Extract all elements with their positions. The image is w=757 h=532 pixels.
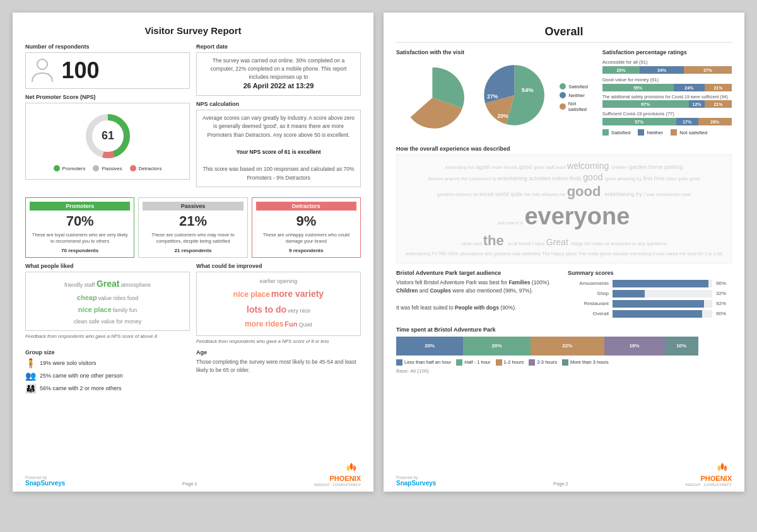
stacked-bar-0: 29% 34% 37%	[602, 66, 732, 74]
time-base: Base: All (100)	[396, 368, 732, 374]
satisfaction-row: Satisfaction with the visit	[396, 49, 732, 139]
page-1: Visitor Survey Report Number of responde…	[13, 13, 373, 492]
time-label-2: 1-2 hours	[504, 359, 524, 365]
seg-nei-3: 17%	[676, 118, 698, 125]
passives-header: Passives	[143, 202, 243, 211]
pie-section: Satisfaction with the visit	[396, 49, 595, 139]
audience-text: Visitors felt Bristol Adventure Park was…	[396, 279, 560, 313]
summary-bar-shop: Shop 32%	[568, 290, 732, 298]
page-2: Overall Satisfaction with the visit	[384, 13, 744, 492]
time-legend-2: 1-2 hours	[496, 359, 524, 366]
satisfied-dot	[560, 83, 566, 90]
respondents-box: 100	[25, 52, 190, 89]
report-date-label: Report date	[196, 43, 361, 50]
detractors-resp: 9 respondents	[256, 248, 356, 253]
audience-families: Families	[508, 279, 530, 286]
shop-track	[613, 290, 712, 298]
age-label: Age	[196, 349, 361, 356]
time-dot-1	[456, 359, 462, 366]
page2-snap-powered: Powered by	[396, 475, 436, 480]
seg-nei-2: 12%	[689, 100, 705, 108]
age-section: Age Those completing the survey were mos…	[196, 349, 361, 398]
respondents-label: Number of respondents	[25, 43, 190, 50]
shop-label: Shop	[568, 291, 609, 296]
nps-score-text: 61	[101, 129, 114, 142]
report-date-body: The survey was carried out online. 30% c…	[201, 57, 356, 91]
stacked-bar-3: 57% 17% 26%	[602, 118, 732, 125]
pair-icon: 👥	[25, 371, 36, 381]
page1-right: Report date The survey was carried out o…	[196, 43, 361, 192]
restaurant-track	[613, 300, 712, 308]
time-dot-0	[396, 359, 402, 366]
snap-powered: Powered by	[25, 475, 65, 480]
liked-section: What people liked friendly staff Great a…	[25, 263, 190, 344]
amusements-track	[613, 280, 712, 287]
bar-legend-neither: Neither	[638, 129, 663, 136]
bar-row-3: Sufficient Covid-19 provisions (77) 57% …	[602, 111, 732, 125]
time-label-3: 2-3 hours	[537, 359, 557, 365]
detractors-header: Detractors	[256, 202, 356, 211]
svg-text:54%: 54%	[521, 86, 534, 93]
seg-sat-1: 55%	[602, 84, 674, 91]
detractors-dot	[130, 165, 136, 171]
bar-legend: Satisfied Neither Not satisfied	[602, 129, 732, 136]
time-legend-0: Less than half an hour	[396, 359, 451, 366]
promoters-pct: 70%	[30, 213, 130, 229]
liked-words: friendly staff Great atmosphere cheap va…	[30, 276, 185, 327]
multi-text: 56% came with 2 or more others	[40, 385, 122, 391]
page1-title: Visitor Survey Report	[25, 25, 361, 36]
time-seg-3: 18%	[604, 337, 665, 356]
time-legend: Less than half an hour Half - 1 hour 1-2…	[396, 359, 732, 366]
passives-pct: 21%	[143, 213, 243, 229]
phoenix-icon	[342, 461, 361, 474]
overall-fill	[613, 310, 702, 318]
stacked-bar-2: 67% 12% 21%	[602, 100, 732, 108]
page2-phoenix-sub: INSIGHT · CONSULTANCY	[685, 483, 732, 487]
summary-bars: Amusements 96% Shop 32% Re	[568, 280, 732, 318]
group-size-section: Group size 🧍 19% were solo visitors 👥 25…	[25, 349, 190, 398]
audience-box: Bristol Adventure Park target audience V…	[396, 270, 560, 320]
group-row-multi: 👨‍👩‍👧 56% came with 2 or more others	[25, 383, 190, 393]
nps-calc-box: Average scores can vary greatly by indus…	[196, 110, 361, 187]
bar-row-2: The additional safety provisions for Cov…	[602, 95, 732, 108]
shop-fill	[613, 290, 645, 298]
passives-card: Passives 21% These are customers who may…	[138, 197, 247, 258]
seg-not-0: 37%	[684, 66, 732, 74]
restaurant-label: Restaurant	[568, 301, 609, 306]
seg-nei-1: 24%	[674, 84, 705, 91]
seg-not-2: 21%	[705, 100, 732, 108]
promoters-resp: 70 respondents	[30, 248, 130, 253]
promoters-desc: These are loyal customers who are very l…	[30, 232, 130, 245]
page2-number: Page:2	[553, 481, 568, 487]
page2-footer: Powered by SnapSurveys Page:2 PHOENIX IN…	[396, 461, 732, 487]
promoters-legend-label: Promoters	[62, 166, 86, 171]
overall-track	[613, 310, 712, 318]
svg-point-0	[37, 59, 47, 69]
bar-label-3: Sufficient Covid-19 provisions (77)	[602, 111, 732, 117]
wordcloud-section: What people liked friendly staff Great a…	[25, 263, 361, 344]
summary-label: Summary scores	[568, 270, 732, 276]
time-spent-label: Time spent at Bristol Adventure Park	[396, 327, 732, 333]
exp-words: interesting fun again more friends good …	[402, 160, 726, 258]
pages-container: Visitor Survey Report Number of responde…	[13, 13, 744, 492]
bar-section: Satisfaction percentage ratings Accessib…	[602, 49, 732, 139]
audience-dogs: People with dogs	[455, 304, 499, 311]
bar-row-1: Good value for money (91) 55% 24% 21%	[602, 77, 732, 91]
respondents-count: 100	[62, 57, 100, 84]
promoters-header: Promoters	[30, 202, 130, 211]
svg-text:27%: 27%	[487, 93, 498, 100]
page2-phoenix-name: PHOENIX	[700, 475, 732, 482]
page2-phoenix-logo: PHOENIX INSIGHT · CONSULTANCY	[685, 461, 732, 487]
donut-container: 61	[30, 111, 185, 161]
overall-label: Overall	[568, 311, 609, 316]
snap-brand: SnapSurveys	[25, 480, 65, 487]
detractors-card: Detractors 9% These are unhappy customer…	[252, 197, 361, 258]
pie-legend-satisfied: Satisfied	[560, 83, 595, 90]
experience-label: How the overall experience was described	[396, 146, 732, 152]
improved-words: earlier opening nice place more variety …	[201, 276, 356, 332]
time-seg-4: 10%	[665, 337, 698, 356]
seg-not-3: 26%	[698, 118, 732, 125]
time-seg-0: 20%	[396, 337, 463, 356]
solo-icon: 🧍	[25, 358, 36, 368]
legend-passives: Passives	[93, 165, 122, 171]
